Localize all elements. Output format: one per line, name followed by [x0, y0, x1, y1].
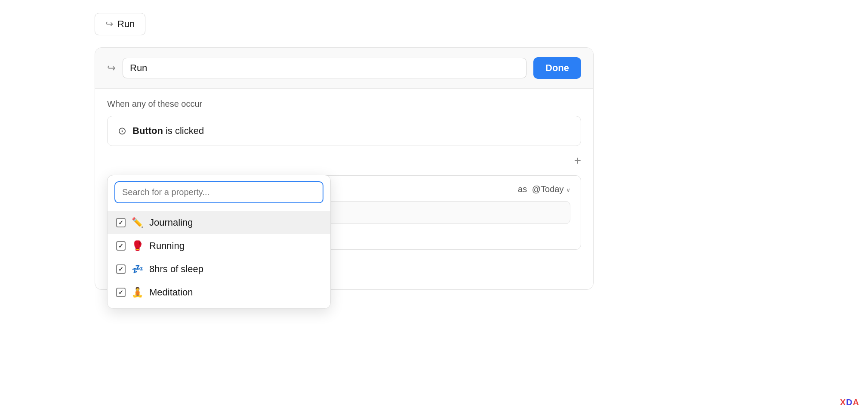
journaling-emoji: ✏️	[132, 217, 143, 228]
meditation-emoji: 🧘	[132, 287, 143, 298]
xda-a: A	[853, 397, 859, 407]
list-item[interactable]: 🥊 Running	[108, 234, 330, 258]
main-card: ↪ Done When any of these occur ⊙ Button …	[95, 47, 594, 290]
property-dropdown: ✏️ Journaling 🥊 Running 💤 8hrs of sleep …	[107, 175, 331, 309]
running-checkbox[interactable]	[116, 241, 126, 251]
list-item[interactable]: 🧘 Meditation	[108, 281, 330, 304]
plus-row: +	[95, 155, 593, 175]
sleep-emoji: 💤	[132, 264, 143, 275]
sleep-label: 8hrs of sleep	[149, 264, 203, 275]
trigger-icon: ⊙	[118, 125, 126, 137]
at-today-chevron[interactable]: ∨	[566, 186, 570, 193]
xda-watermark: XDA	[840, 397, 859, 407]
card-header: ↪ Done	[95, 48, 593, 89]
header-arrow-icon: ↪	[107, 62, 116, 74]
sleep-checkbox[interactable]	[116, 264, 126, 274]
run-arrow-icon: ↪	[105, 19, 113, 30]
running-label: Running	[149, 240, 185, 251]
search-wrapper	[108, 175, 330, 209]
add-trigger-button[interactable]: +	[574, 155, 581, 167]
top-run-button[interactable]: ↪ Run	[95, 13, 145, 35]
trigger-text: Button is clicked	[132, 125, 204, 137]
journaling-checkbox[interactable]	[116, 218, 126, 227]
xda-x: X	[840, 397, 846, 407]
when-label: When any of these occur	[95, 89, 593, 116]
done-button[interactable]: Done	[533, 57, 581, 79]
list-item[interactable]: 💤 8hrs of sleep	[108, 258, 330, 281]
search-property-input[interactable]	[114, 181, 323, 203]
property-list: ✏️ Journaling 🥊 Running 💤 8hrs of sleep …	[108, 209, 330, 308]
top-run-label: Run	[117, 19, 135, 30]
running-emoji: 🥊	[132, 240, 143, 251]
list-item[interactable]: ✏️ Journaling	[108, 211, 330, 234]
meditation-label: Meditation	[149, 287, 193, 298]
at-today-value: @Today	[532, 184, 564, 194]
run-name-input[interactable]	[123, 58, 526, 78]
journaling-label: Journaling	[149, 217, 193, 228]
xda-d: D	[846, 397, 853, 407]
as-label: as @Today ∨	[518, 184, 570, 194]
trigger-row: ⊙ Button is clicked	[107, 116, 581, 146]
meditation-checkbox[interactable]	[116, 288, 126, 297]
